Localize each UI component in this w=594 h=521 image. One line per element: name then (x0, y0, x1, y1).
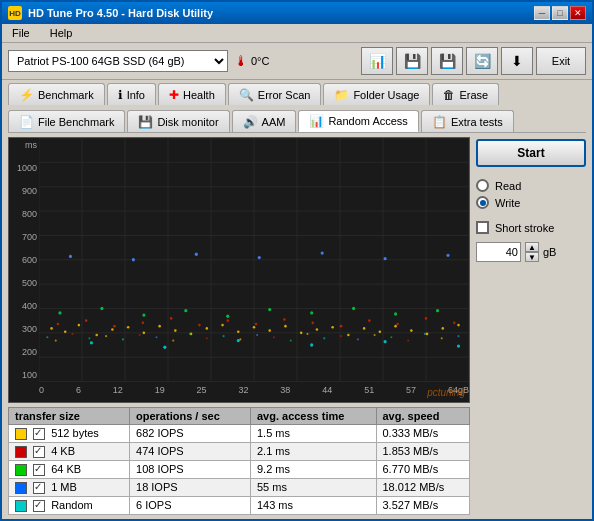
svg-point-108 (390, 336, 392, 338)
svg-point-46 (426, 333, 429, 336)
svg-point-28 (143, 331, 146, 334)
down-button[interactable]: ⬇ (501, 47, 533, 75)
radio-read-circle (476, 179, 489, 192)
watermark: pctuning (427, 387, 465, 398)
exit-button[interactable]: Exit (536, 47, 586, 75)
svg-point-69 (268, 308, 271, 311)
svg-point-45 (410, 329, 413, 332)
svg-point-58 (311, 322, 314, 325)
refresh-button[interactable]: 🔄 (466, 47, 498, 75)
aam-icon: 🔊 (243, 115, 258, 129)
gb-spinbox[interactable]: 40 (476, 242, 521, 262)
short-stroke-checkbox-sq (476, 221, 489, 234)
short-stroke-label: Short stroke (495, 222, 554, 234)
maximize-button[interactable]: □ (552, 6, 568, 20)
col-header-speed: avg. speed (376, 407, 470, 424)
info-icon: ℹ (118, 88, 123, 102)
y-label-ms: ms (11, 140, 37, 150)
svg-point-56 (255, 323, 258, 326)
svg-point-105 (340, 335, 342, 337)
legend-checkbox[interactable] (33, 428, 45, 440)
svg-point-44 (394, 325, 397, 328)
tab-random-access[interactable]: 📊 Random Access (298, 110, 418, 132)
tab-aam[interactable]: 🔊 AAM (232, 110, 297, 132)
svg-point-90 (88, 337, 90, 339)
title-text: HD HD Tune Pro 4.50 - Hard Disk Utility (8, 6, 213, 20)
y-label-900: 900 (11, 186, 37, 196)
radio-read[interactable]: Read (476, 179, 586, 192)
svg-point-32 (206, 327, 209, 330)
svg-point-36 (268, 329, 271, 332)
x-label-12: 12 (113, 385, 123, 399)
x-label-6: 6 (76, 385, 81, 399)
radio-read-label: Read (495, 180, 521, 192)
y-label-600: 600 (11, 255, 37, 265)
start-button[interactable]: Start (476, 139, 586, 167)
tab-file-benchmark[interactable]: 📄 File Benchmark (8, 110, 125, 132)
spin-up-button[interactable]: ▲ (525, 242, 539, 252)
menu-file[interactable]: File (8, 26, 34, 40)
tab-erase[interactable]: 🗑 Erase (432, 83, 499, 105)
menu-help[interactable]: Help (46, 26, 77, 40)
svg-point-25 (95, 334, 98, 337)
x-axis: 0 6 12 19 25 32 38 44 51 57 64gB (39, 382, 469, 402)
tab-error-scan[interactable]: 🔍 Error Scan (228, 83, 322, 105)
legend-checkbox[interactable] (33, 482, 45, 494)
legend-label: 1 MB (51, 481, 77, 493)
legend-label: 4 KB (51, 445, 75, 457)
legend-label: 512 bytes (51, 427, 99, 439)
tab-file-benchmark-label: File Benchmark (38, 116, 114, 128)
drive-selector[interactable]: Patriot PS-100 64GB SSD (64 gB) (8, 50, 228, 72)
error-scan-icon: 🔍 (239, 88, 254, 102)
svg-point-48 (457, 324, 460, 327)
legend-checkbox[interactable] (33, 446, 45, 458)
y-label-300: 300 (11, 324, 37, 334)
short-stroke-checkbox[interactable]: Short stroke (476, 221, 586, 234)
svg-point-77 (258, 256, 261, 259)
svg-point-80 (446, 254, 449, 257)
svg-point-57 (283, 318, 286, 321)
legend-label: 64 KB (51, 463, 81, 475)
gb-unit-label: gB (543, 246, 556, 258)
radio-write[interactable]: Write (476, 196, 586, 209)
legend-cell-ops: 108 IOPS (130, 460, 251, 478)
svg-point-86 (457, 344, 460, 347)
close-button[interactable]: ✕ (570, 6, 586, 20)
svg-point-29 (158, 325, 161, 328)
chart-container: ms 1000 900 800 700 600 500 400 300 200 … (8, 137, 470, 403)
legend-checkbox[interactable] (33, 500, 45, 512)
svg-point-52 (142, 322, 145, 325)
legend-color-box (15, 500, 27, 512)
x-label-19: 19 (155, 385, 165, 399)
main-content: ms 1000 900 800 700 600 500 400 300 200 … (2, 133, 592, 519)
legend-checkbox[interactable] (33, 464, 45, 476)
info-button[interactable]: 📊 (361, 47, 393, 75)
x-label-51: 51 (364, 385, 374, 399)
svg-point-22 (50, 327, 53, 330)
svg-point-79 (384, 257, 387, 260)
disk-button[interactable]: 💾 (396, 47, 428, 75)
tab-benchmark[interactable]: ⚡ Benchmark (8, 83, 105, 105)
tab-folder-usage[interactable]: 📁 Folder Usage (323, 83, 430, 105)
svg-point-102 (290, 339, 292, 341)
svg-point-59 (340, 325, 343, 328)
svg-point-89 (72, 333, 74, 335)
svg-point-81 (90, 341, 93, 344)
spin-down-button[interactable]: ▼ (525, 252, 539, 262)
svg-point-33 (221, 324, 224, 327)
svg-point-71 (352, 307, 355, 310)
legend-row: Random 6 IOPS 143 ms 3.527 MB/s (9, 496, 470, 514)
tab-info[interactable]: ℹ Info (107, 83, 156, 105)
svg-point-37 (284, 325, 287, 328)
svg-point-73 (436, 309, 439, 312)
tab-disk-monitor[interactable]: 💾 Disk monitor (127, 110, 229, 132)
minimize-button[interactable]: ─ (534, 6, 550, 20)
save-button[interactable]: 💾 (431, 47, 463, 75)
svg-point-26 (111, 328, 114, 331)
svg-point-30 (174, 329, 177, 332)
svg-point-51 (113, 325, 116, 328)
tab-health[interactable]: ✚ Health (158, 83, 226, 105)
svg-point-82 (163, 346, 166, 349)
tab-extra-tests[interactable]: 📋 Extra tests (421, 110, 514, 132)
menu-bar: File Help (2, 24, 592, 43)
